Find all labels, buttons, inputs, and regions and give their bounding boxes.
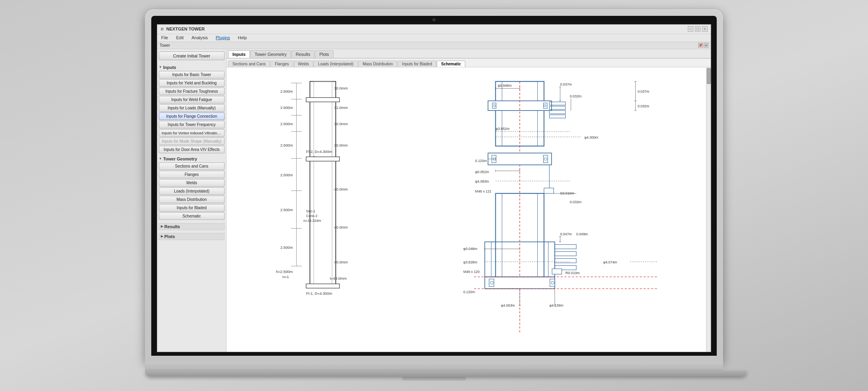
svg-text:31.0mm: 31.0mm [334, 105, 348, 109]
inputs-section-header[interactable]: ▼ Inputs [159, 65, 225, 70]
tower-geometry-section-header[interactable]: ▼ Tower Geometry [159, 156, 225, 161]
svg-text:2.500m: 2.500m [280, 105, 293, 109]
menu-edit[interactable]: Edit [175, 35, 185, 40]
sidebar-loads-interpolated[interactable]: Loads (Interpolated) [159, 187, 225, 195]
svg-text:40.0mm: 40.0mm [334, 225, 348, 229]
minimize-button[interactable]: – [688, 26, 693, 32]
svg-rect-36 [306, 97, 339, 102]
sidebar-flanges[interactable]: Flanges [159, 171, 225, 178]
menu-analysis[interactable]: Analysis [190, 35, 209, 40]
svg-text:φ0.048m: φ0.048m [463, 246, 477, 250]
panel-bar: Tower 📌 × [157, 42, 711, 49]
laptop-base [145, 371, 747, 376]
restore-button[interactable]: □ [695, 26, 700, 32]
subtab-sections-cans[interactable]: Sections and Cans [228, 61, 270, 67]
svg-text:φ3.828m: φ3.828m [463, 260, 477, 264]
results-section-header[interactable]: ▶ Results [159, 223, 225, 230]
svg-text:40.0mm: 40.0mm [334, 187, 348, 191]
tab-tower-geometry[interactable]: Tower Geometry [250, 50, 291, 58]
svg-rect-37 [306, 156, 339, 161]
svg-text:2.500m: 2.500m [280, 245, 293, 250]
sidebar-sections-cans[interactable]: Sections and Cans [159, 162, 225, 170]
svg-rect-111 [552, 269, 562, 274]
svg-text:2.500m: 2.500m [280, 121, 293, 126]
sidebar-inputs-bladed[interactable]: Inputs for Bladed [159, 204, 225, 212]
svg-text:0.047m: 0.047m [560, 232, 572, 236]
panel-close-button[interactable]: × [704, 43, 708, 48]
panel-pin-button[interactable]: 📌 [698, 43, 703, 48]
svg-text:φ4.139m: φ4.139m [549, 303, 563, 307]
sidebar-inputs-mode-shape[interactable]: Inputs for Mode Shape (Manually) [159, 137, 225, 145]
svg-text:0.032m: 0.032m [638, 104, 649, 108]
sidebar-inputs-door-area[interactable]: Inputs for Door Area VIV Effects [159, 146, 225, 153]
svg-text:R0.010m: R0.010m [565, 271, 580, 275]
app-icon: ⚙ [160, 27, 164, 31]
svg-rect-84 [544, 188, 554, 193]
sidebar-inputs-yield-buckling[interactable]: Inputs for Yield and Buckling [159, 79, 225, 87]
tab-plots[interactable]: Plots [315, 50, 333, 58]
svg-text:30.0mm: 30.0mm [334, 86, 348, 90]
svg-rect-43 [306, 284, 339, 288]
close-button[interactable]: × [702, 26, 708, 32]
tab-results[interactable]: Results [291, 50, 315, 58]
svg-text:30.0mm: 30.0mm [334, 143, 348, 147]
svg-text:M48 x 120: M48 x 120 [463, 270, 480, 274]
subtab-flanges[interactable]: Flanges [270, 61, 293, 67]
sidebar-inputs-flange-connection[interactable]: Inputs for Flange Connection [159, 113, 225, 120]
menu-plugins[interactable]: Plugins [214, 35, 232, 40]
svg-rect-91 [485, 277, 555, 288]
sidebar-schematic[interactable]: Schematic [159, 212, 225, 220]
svg-text:φ4.300m: φ4.300m [584, 135, 598, 139]
svg-text:M48 x 121: M48 x 121 [475, 189, 491, 193]
results-arrow-icon: ▶ [161, 225, 163, 228]
app-screen: ⚙ NEXTGEN TOWER – □ × File [157, 24, 711, 352]
subtab-loads-interpolated[interactable]: Loads (Interpolated) [314, 61, 358, 67]
svg-text:0.032m: 0.032m [570, 94, 581, 98]
create-tower-button[interactable]: Create Initial Tower [159, 51, 225, 60]
sidebar-inputs-fracture-toughness[interactable]: Inputs for Fracture Toughness [159, 88, 225, 95]
app-title: NEXTGEN TOWER [166, 27, 205, 31]
scrollbar-thumb[interactable] [707, 68, 711, 84]
svg-text:φ4.063m: φ4.063m [501, 303, 515, 307]
svg-text:0.037m: 0.037m [638, 90, 649, 93]
svg-rect-70 [488, 153, 551, 165]
menu-help[interactable]: Help [236, 35, 249, 40]
sidebar-inputs-weld-fatigue[interactable]: Inputs for Weld Fatigue [159, 96, 225, 103]
svg-text:t=49.0mm: t=49.0mm [330, 276, 347, 280]
svg-text:Cons-2: Cons-2 [306, 214, 318, 218]
svg-text:n=19.324m: n=19.324m [303, 219, 321, 223]
svg-text:φ3.852m: φ3.852m [495, 126, 509, 130]
sidebar-mass-distribution[interactable]: Mass Distribution [159, 196, 225, 203]
touchpad [402, 377, 466, 380]
results-section-label: Results [164, 224, 180, 229]
main-content: Inputs Tower Geometry Results Plots Sect… [227, 49, 711, 352]
vertical-scrollbar[interactable] [706, 67, 711, 352]
menu-file[interactable]: File [160, 35, 170, 40]
sidebar-welds[interactable]: Welds [159, 179, 225, 187]
tower-geometry-arrow-icon: ▼ [159, 157, 162, 160]
svg-text:40.0mm: 40.0mm [334, 259, 348, 264]
svg-text:0.032m: 0.032m [570, 200, 581, 204]
subtab-schematic[interactable]: Schematic [437, 61, 465, 67]
inputs-section-label: Inputs [163, 65, 176, 70]
tower-geometry-section-label: Tower Geometry [163, 156, 197, 161]
svg-text:n=1: n=1 [282, 274, 289, 278]
tab-inputs[interactable]: Inputs [228, 50, 250, 58]
sidebar-inputs-vortex[interactable]: Inputs for Vortex Induced Vibration Effe… [159, 129, 225, 137]
sidebar-inputs-tower-frequency[interactable]: Inputs for Tower Frequency [159, 121, 225, 128]
svg-text:φ0.052m: φ0.052m [475, 170, 489, 174]
subtab-welds[interactable]: Welds [294, 61, 314, 67]
sidebar-inputs-loads-manually[interactable]: Inputs for Loads (Manually) [159, 104, 225, 112]
svg-text:h=2.500m: h=2.500m [276, 269, 293, 274]
subtab-mass-distribution[interactable]: Mass Distribution [358, 61, 398, 67]
plots-section-header[interactable]: ▶ Plots [159, 233, 225, 240]
title-bar: ⚙ NEXTGEN TOWER – □ × [157, 25, 711, 34]
svg-text:0.120m: 0.120m [475, 159, 487, 163]
sidebar-inputs-basic-tower[interactable]: Inputs for Basic Tower [159, 71, 225, 78]
svg-text:2.500m: 2.500m [280, 208, 293, 212]
laptop-hinge [145, 362, 723, 371]
panel-label: Tower [160, 43, 170, 48]
schematic-area: 2.500m 2.500m 2.500m [227, 67, 711, 352]
svg-text:Fl-1, D=4.300m: Fl-1, D=4.300m [306, 291, 332, 295]
subtab-inputs-bladed[interactable]: Inputs for Bladed [398, 61, 436, 67]
